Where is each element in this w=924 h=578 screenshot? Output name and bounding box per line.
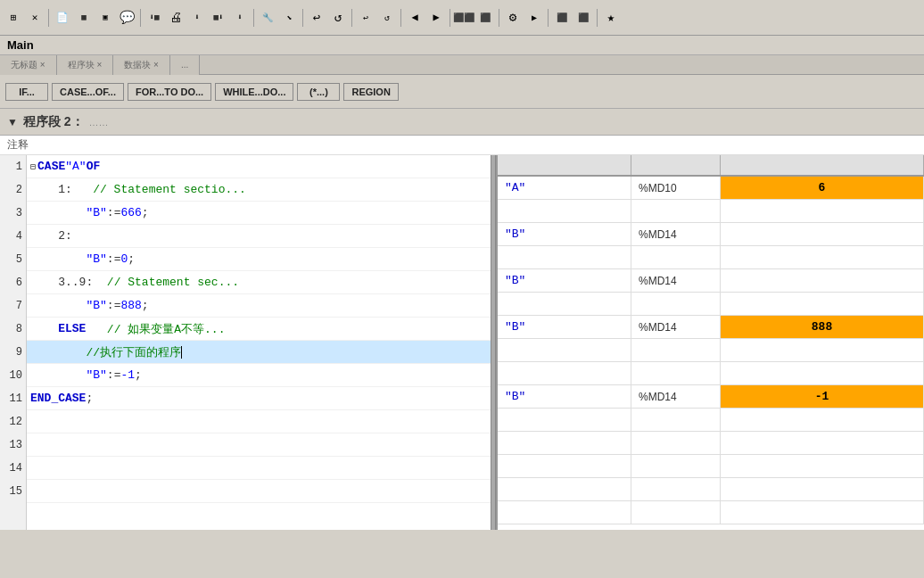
var-addr-13 (631, 455, 721, 477)
toolbar-icon-10[interactable]: ▦⬇ (209, 8, 228, 28)
tab-3[interactable]: 数据块 × (113, 55, 170, 75)
line-num-4: 4 (0, 225, 26, 248)
for-to-do-button[interactable]: FOR...TO DO... (128, 83, 211, 101)
while-do-button[interactable]: WHILE...DO... (215, 83, 293, 101)
toolbar-icon-6[interactable]: 💬 (117, 8, 136, 28)
comment-button[interactable]: (*...) (297, 83, 340, 101)
toolbar-icon-2[interactable]: ✕ (25, 8, 45, 28)
undo-icon[interactable]: ↩ (307, 8, 326, 28)
toolbar-icon-22[interactable]: ⬛ (552, 8, 572, 28)
toolbar-separator-10 (597, 9, 598, 27)
toolbar-icon-7[interactable]: ⬇▦ (144, 8, 164, 28)
var-panel-header (498, 155, 924, 177)
var-addr-12 (631, 432, 721, 454)
line-num-15: 15 (0, 480, 26, 503)
vp-header-value (721, 155, 924, 175)
indent-5 (30, 252, 86, 266)
code-line-14[interactable] (27, 457, 491, 480)
code-line-9[interactable]: //执行下面的程序 (27, 341, 491, 364)
indent-7 (30, 299, 86, 312)
toolbar-icon-8[interactable]: 🖨 (166, 8, 186, 28)
line-num-12: 12 (0, 410, 26, 434)
var-value-12 (721, 432, 924, 454)
region-button[interactable]: REGION (343, 83, 398, 101)
var-row-15 (498, 501, 924, 524)
collapse-arrow-icon[interactable]: ▼ (7, 116, 18, 128)
code-content[interactable]: ⊟ CASE "A" OF 1: // Statement sectio... … (27, 155, 491, 530)
val-neg1: -1 (120, 368, 135, 382)
var-addr-7: %MD14 (631, 316, 721, 338)
toolbar-icon-4[interactable]: ▦ (74, 8, 94, 28)
toolbar-icon-18[interactable]: ⬛⬛ (454, 8, 474, 28)
redo-icon[interactable]: ↺ (328, 8, 348, 28)
var-addr-10: %MD14 (631, 385, 721, 408)
code-line-3[interactable]: "B" := 666 ; (27, 202, 491, 225)
var-addr-1: %MD10 (631, 177, 721, 199)
toolbar-icon-17[interactable]: ▶ (426, 8, 446, 28)
var-row-8 (498, 339, 924, 362)
code-line-15[interactable] (27, 480, 491, 503)
var-row-12 (498, 432, 924, 455)
indent-8 (30, 322, 58, 335)
assign-10: := (107, 368, 121, 382)
section-dots: …… (89, 117, 109, 128)
code-line-10[interactable]: "B" := -1 ; (27, 364, 491, 387)
toolbar-icon-24[interactable]: ★ (601, 8, 621, 28)
vp-header-address (631, 155, 721, 175)
toolbar-icon-19[interactable]: ⬛ (475, 8, 495, 28)
toolbar-icon-11[interactable]: ⬇ (230, 8, 250, 28)
var-b-10: "B" (86, 368, 106, 382)
code-line-13[interactable] (27, 434, 491, 457)
toolbar-icon-16[interactable]: ◀ (405, 8, 425, 28)
toolbar-icon-5[interactable]: ▣ (95, 8, 115, 28)
tab-more[interactable]: ... (170, 55, 200, 75)
toolbar-icon-12[interactable]: 🔧 (258, 8, 277, 28)
toolbar-separator-7 (450, 9, 450, 27)
code-line-11[interactable]: END_CASE ; (27, 387, 491, 410)
code-line-7[interactable]: "B" := 888 ; (27, 294, 491, 318)
toolbar-icon-21[interactable]: ▶ (524, 8, 544, 28)
var-addr-2 (631, 200, 721, 222)
var-value-10: -1 (721, 385, 924, 408)
semi-3: ; (142, 206, 149, 219)
var-name-12 (498, 432, 631, 454)
var-addr-15 (631, 501, 721, 524)
toolbar-icon-14[interactable]: ↩ (356, 8, 375, 28)
var-addr-9 (631, 362, 721, 384)
line-num-7: 7 (0, 294, 26, 318)
case-of-button[interactable]: CASE...OF... (52, 83, 124, 101)
toolbar-icon-20[interactable]: ⚙ (503, 8, 523, 28)
toolbar-separator-3 (253, 9, 254, 27)
code-line-5[interactable]: "B" := 0 ; (27, 248, 491, 271)
toolbar-icon-9[interactable]: ⬇ (187, 8, 207, 28)
if-button[interactable]: IF... (5, 83, 48, 101)
var-addr-3: %MD14 (631, 223, 721, 245)
assign-7: := (107, 299, 121, 312)
comment-6: // Statement sec... (107, 276, 239, 289)
semi-7: ; (142, 299, 149, 312)
code-line-8[interactable]: ELSE // 如果变量A不等... (27, 318, 491, 341)
var-row-5: "B" %MD14 (498, 269, 924, 293)
toolbar-icon-13[interactable]: ⬊ (279, 8, 299, 28)
var-b-5: "B" (86, 252, 106, 266)
semi-11: ; (86, 392, 93, 405)
tab-1[interactable]: 无标题 × (0, 55, 57, 75)
code-line-2[interactable]: 1: // Statement sectio... (27, 178, 491, 202)
toolbar-icon-23[interactable]: ⬛ (573, 8, 593, 28)
var-b-7: "B" (86, 299, 106, 312)
tab-2[interactable]: 程序块 × (57, 55, 114, 75)
toolbar-icon-15[interactable]: ↺ (377, 8, 397, 28)
var-value-4 (721, 246, 924, 268)
var-name-1: "A" (498, 177, 631, 199)
collapse-icon[interactable]: ⊟ (30, 161, 36, 172)
space-8 (86, 322, 106, 335)
toolbar-icon-3[interactable]: 📄 (53, 8, 72, 28)
var-row-2 (498, 200, 924, 223)
code-line-1[interactable]: ⊟ CASE "A" OF (27, 155, 491, 178)
code-line-12[interactable] (27, 410, 491, 434)
var-row-6 (498, 293, 924, 316)
code-line-4[interactable]: 2: (27, 225, 491, 248)
toolbar-icon-1[interactable]: ⊞ (4, 8, 23, 28)
var-value-14 (721, 478, 924, 500)
code-line-6[interactable]: 3..9: // Statement sec... (27, 271, 491, 294)
